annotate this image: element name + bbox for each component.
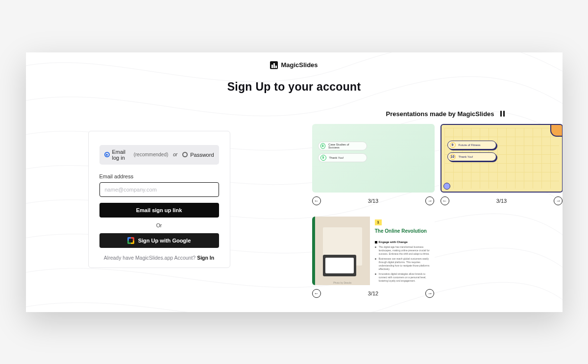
login-method-toggle: Email log in (recommended) or Password [99,145,219,165]
method-email[interactable]: Email log in (recommended) [104,149,169,161]
slide-text: 1 The Online Revolution Engage with Chan… [370,217,435,285]
app-card: MagicSlides Sign Up to your account Emai… [26,52,563,312]
toc-item-text: Thank You! [459,155,473,158]
slide-bullet: Businesses can reach global customers ea… [375,257,431,270]
next-button[interactable]: → [425,289,434,298]
google-icon [127,237,134,244]
pause-icon[interactable] [500,111,505,117]
toc-item: 9 Future of Fitness [447,141,496,149]
email-input[interactable] [99,182,219,197]
method-or: or [173,152,177,157]
page-title: Sign Up to your account [26,80,563,94]
slide-bullets: The digital age has transformed business… [375,245,431,285]
slide-nav: ← 3/13 → [441,196,563,205]
toc-item: 8 Case Studies of Success [318,142,367,150]
radio-unchecked-icon [182,152,188,157]
slide-tag-text: Engage with Change [379,241,408,243]
slide-heading: The Online Revolution [375,228,431,234]
slide-counter: 3/13 [496,198,507,204]
email-field-label: Email address [99,173,219,179]
slide-bullet: The digital age has transformed business… [375,245,431,255]
brand-logo-icon [270,61,278,69]
gallery-title-row: Presentations made by MagicSlides [386,110,505,118]
slide-counter: 3/13 [368,198,378,204]
image-laptop-screen [325,258,354,273]
page-badge: 1 [375,219,382,225]
slide-tag: Engage with Change [375,241,408,243]
prev-button[interactable]: ← [441,196,449,205]
next-button[interactable]: → [425,196,434,205]
toc-item-text: Case Studies of Success [328,143,356,149]
slide-bullet: Innovative digital strategies allow bran… [375,272,431,282]
slide-card: 8 Case Studies of Success 9 Thank You! ←… [312,124,435,205]
brand: MagicSlides [26,61,563,69]
slide-image: Photo by Desola [315,217,370,285]
method-email-label: Email log in [112,149,130,161]
prev-button[interactable]: ← [312,289,321,298]
slide-thumbnail[interactable]: 8 Case Studies of Success 9 Thank You! [312,124,435,193]
google-signup-button[interactable]: Sign Up with Google [99,233,219,248]
signin-row: Already have MagicSlides.app Account? Si… [99,255,219,261]
slide-thumbnail[interactable]: 9 Future of Fitness 10 Thank You! [441,124,563,193]
signin-prefix: Already have MagicSlides.app Account? [104,255,197,261]
radio-checked-icon [104,152,110,157]
toc-item-number: 8 [320,143,326,149]
toc-item: 9 Thank You! [318,153,367,162]
toc-item: 10 Thank You! [447,152,496,161]
slide-card: 9 Future of Fitness 10 Thank You! ← 3/13… [441,124,563,205]
method-email-sub: (recommended) [134,152,169,157]
signup-panel: Email log in (recommended) or Password E… [88,131,230,268]
knob-decor [443,183,450,190]
toc-item-number: 9 [320,155,326,161]
corner-shape [550,124,563,137]
slide-nav: ← 3/13 → [312,196,435,205]
toc-item-text: Future of Fitness [459,144,481,146]
toc-item-text: Thank You! [329,156,344,159]
slide-nav: ← 3/12 → [312,289,435,298]
toc-item-number: 10 [450,154,456,160]
gallery-title: Presentations made by MagicSlides [386,110,494,118]
method-password[interactable]: Password [182,152,214,158]
image-caption: Photo by Desola [315,281,370,284]
method-password-label: Password [190,152,214,158]
slide-bullet: Embracing digital is not just an option;… [375,285,431,285]
email-signup-button[interactable]: Email sign up link [99,203,219,218]
prev-button[interactable]: ← [312,196,321,205]
slide-counter: 3/12 [368,291,378,296]
divider-or: Or [99,222,219,228]
google-signup-label: Sign Up with Google [138,238,191,243]
signin-link[interactable]: Sign In [197,255,214,261]
slide-thumbnail[interactable]: Photo by Desola 1 The Online Revolution … [312,217,435,285]
brand-name: MagicSlides [281,61,318,69]
toc-item-number: 9 [450,142,456,148]
slide-card: Photo by Desola 1 The Online Revolution … [312,217,435,298]
next-button[interactable]: → [554,196,562,205]
